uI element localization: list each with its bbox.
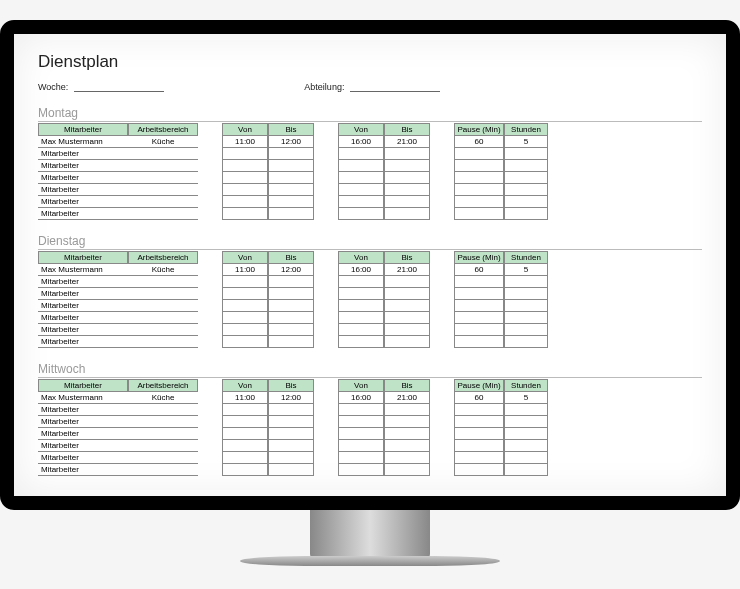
to2-cell[interactable] — [384, 336, 430, 348]
area-cell[interactable]: Küche — [128, 392, 198, 404]
from1-cell[interactable] — [222, 452, 268, 464]
to2-cell[interactable] — [384, 428, 430, 440]
from2-cell[interactable] — [338, 416, 384, 428]
employee-cell[interactable]: Mitarbeiter — [38, 172, 128, 184]
to1-cell[interactable] — [268, 312, 314, 324]
employee-cell[interactable]: Mitarbeiter — [38, 440, 128, 452]
employee-cell[interactable]: Mitarbeiter — [38, 428, 128, 440]
from1-cell[interactable] — [222, 196, 268, 208]
to1-cell[interactable] — [268, 148, 314, 160]
from2-cell[interactable] — [338, 184, 384, 196]
area-cell[interactable] — [128, 416, 198, 428]
to1-cell[interactable] — [268, 440, 314, 452]
area-cell[interactable] — [128, 196, 198, 208]
to2-cell[interactable] — [384, 172, 430, 184]
to1-cell[interactable] — [268, 288, 314, 300]
employee-cell[interactable]: Mitarbeiter — [38, 208, 128, 220]
to2-cell[interactable] — [384, 208, 430, 220]
from1-cell[interactable] — [222, 464, 268, 476]
pause-cell[interactable]: 60 — [454, 392, 504, 404]
to1-cell[interactable] — [268, 160, 314, 172]
from1-cell[interactable]: 11:00 — [222, 392, 268, 404]
pause-cell[interactable] — [454, 276, 504, 288]
employee-cell[interactable]: Mitarbeiter — [38, 312, 128, 324]
from2-cell[interactable] — [338, 324, 384, 336]
to1-cell[interactable]: 12:00 — [268, 264, 314, 276]
from2-cell[interactable]: 16:00 — [338, 392, 384, 404]
from1-cell[interactable] — [222, 160, 268, 172]
area-cell[interactable]: Küche — [128, 264, 198, 276]
employee-cell[interactable]: Mitarbeiter — [38, 336, 128, 348]
employee-cell[interactable]: Mitarbeiter — [38, 148, 128, 160]
pause-cell[interactable]: 60 — [454, 136, 504, 148]
from1-cell[interactable] — [222, 184, 268, 196]
employee-cell[interactable]: Max Mustermann — [38, 264, 128, 276]
to2-cell[interactable] — [384, 276, 430, 288]
pause-cell[interactable] — [454, 208, 504, 220]
to1-cell[interactable]: 12:00 — [268, 136, 314, 148]
to1-cell[interactable] — [268, 208, 314, 220]
area-cell[interactable] — [128, 324, 198, 336]
area-cell[interactable] — [128, 208, 198, 220]
from1-cell[interactable] — [222, 312, 268, 324]
employee-cell[interactable]: Max Mustermann — [38, 136, 128, 148]
pause-cell[interactable] — [454, 452, 504, 464]
department-input[interactable] — [350, 82, 440, 92]
employee-cell[interactable]: Mitarbeiter — [38, 452, 128, 464]
area-cell[interactable] — [128, 184, 198, 196]
from1-cell[interactable] — [222, 428, 268, 440]
from2-cell[interactable] — [338, 288, 384, 300]
from1-cell[interactable] — [222, 324, 268, 336]
pause-cell[interactable] — [454, 404, 504, 416]
employee-cell[interactable]: Mitarbeiter — [38, 288, 128, 300]
to2-cell[interactable] — [384, 184, 430, 196]
week-input[interactable] — [74, 82, 164, 92]
from2-cell[interactable] — [338, 404, 384, 416]
to1-cell[interactable] — [268, 300, 314, 312]
to2-cell[interactable]: 21:00 — [384, 264, 430, 276]
from2-cell[interactable]: 16:00 — [338, 136, 384, 148]
area-cell[interactable]: Küche — [128, 136, 198, 148]
area-cell[interactable] — [128, 160, 198, 172]
to1-cell[interactable] — [268, 196, 314, 208]
employee-cell[interactable]: Mitarbeiter — [38, 464, 128, 476]
from1-cell[interactable] — [222, 172, 268, 184]
area-cell[interactable] — [128, 464, 198, 476]
to1-cell[interactable] — [268, 184, 314, 196]
to1-cell[interactable] — [268, 428, 314, 440]
to2-cell[interactable] — [384, 196, 430, 208]
from1-cell[interactable] — [222, 416, 268, 428]
employee-cell[interactable]: Mitarbeiter — [38, 184, 128, 196]
from2-cell[interactable] — [338, 452, 384, 464]
employee-cell[interactable]: Mitarbeiter — [38, 324, 128, 336]
from2-cell[interactable] — [338, 276, 384, 288]
from1-cell[interactable] — [222, 300, 268, 312]
area-cell[interactable] — [128, 288, 198, 300]
from2-cell[interactable] — [338, 428, 384, 440]
from2-cell[interactable] — [338, 196, 384, 208]
from1-cell[interactable] — [222, 276, 268, 288]
area-cell[interactable] — [128, 452, 198, 464]
employee-cell[interactable]: Mitarbeiter — [38, 276, 128, 288]
pause-cell[interactable] — [454, 416, 504, 428]
area-cell[interactable] — [128, 148, 198, 160]
pause-cell[interactable] — [454, 464, 504, 476]
from1-cell[interactable]: 11:00 — [222, 136, 268, 148]
to2-cell[interactable] — [384, 160, 430, 172]
to2-cell[interactable] — [384, 312, 430, 324]
pause-cell[interactable] — [454, 440, 504, 452]
area-cell[interactable] — [128, 336, 198, 348]
to2-cell[interactable] — [384, 324, 430, 336]
employee-cell[interactable]: Mitarbeiter — [38, 404, 128, 416]
from2-cell[interactable] — [338, 464, 384, 476]
to1-cell[interactable] — [268, 172, 314, 184]
pause-cell[interactable] — [454, 160, 504, 172]
to1-cell[interactable]: 12:00 — [268, 392, 314, 404]
to2-cell[interactable] — [384, 464, 430, 476]
from2-cell[interactable] — [338, 160, 384, 172]
pause-cell[interactable]: 60 — [454, 264, 504, 276]
area-cell[interactable] — [128, 276, 198, 288]
from2-cell[interactable] — [338, 208, 384, 220]
to1-cell[interactable] — [268, 276, 314, 288]
from2-cell[interactable] — [338, 312, 384, 324]
